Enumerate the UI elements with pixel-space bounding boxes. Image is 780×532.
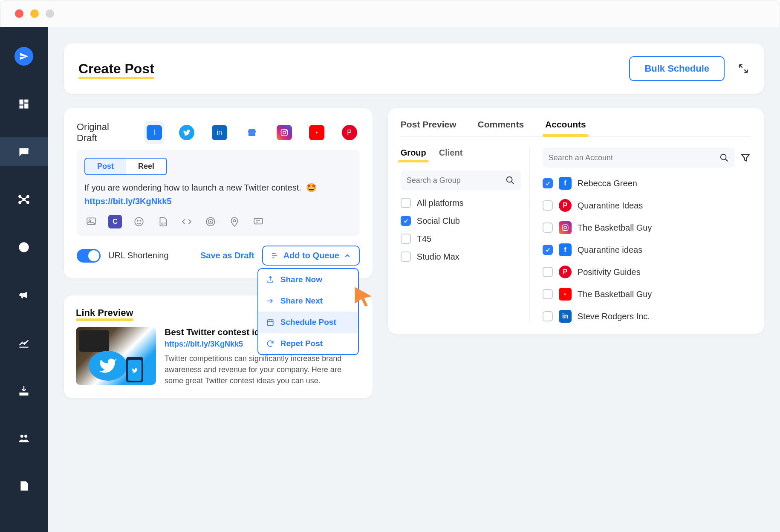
tab-comments[interactable]: Comments xyxy=(478,119,524,136)
url-shortening-toggle[interactable] xyxy=(77,249,101,263)
account-item[interactable]: inSteve Rodgers Inc. xyxy=(543,310,751,323)
post-link[interactable]: https://bit.ly/3KgNkk5 xyxy=(84,197,352,206)
tab-post-preview[interactable]: Post Preview xyxy=(401,119,456,136)
checkbox-icon[interactable] xyxy=(401,216,411,226)
code-button[interactable] xyxy=(180,215,194,228)
subtab-group[interactable]: Group xyxy=(401,148,426,162)
linkedin-icon: in xyxy=(212,125,227,140)
platform-tab-linkedin[interactable]: in xyxy=(209,121,229,144)
post-type-reel[interactable]: Reel xyxy=(126,159,166,174)
svg-line-8 xyxy=(24,200,28,202)
calendar-icon xyxy=(266,318,274,327)
gif-button[interactable]: GIF xyxy=(156,215,170,228)
checkbox-icon[interactable] xyxy=(543,223,553,233)
account-search-input[interactable] xyxy=(549,153,719,162)
account-item[interactable]: PQuarantine Ideas xyxy=(543,199,751,212)
group-item[interactable]: Social Club xyxy=(401,216,521,226)
checkbox-icon[interactable] xyxy=(543,178,553,188)
platform-tab-pinterest[interactable]: P xyxy=(339,121,360,144)
sidebar-item-network[interactable] xyxy=(0,185,48,214)
tab-accounts[interactable]: Accounts xyxy=(545,119,586,136)
subtab-client[interactable]: Client xyxy=(439,148,463,162)
sidebar-item-target[interactable] xyxy=(0,233,48,262)
svg-line-7 xyxy=(20,200,24,202)
platform-tab-gmb[interactable] xyxy=(242,121,262,144)
platform-tab-instagram[interactable] xyxy=(274,121,295,144)
queue-icon xyxy=(271,252,279,260)
sidebar-item-inbox[interactable] xyxy=(0,376,48,405)
repeat-icon xyxy=(266,339,274,348)
checkbox-icon[interactable] xyxy=(543,200,553,211)
group-search-input[interactable] xyxy=(407,176,506,185)
window-zoom-icon[interactable] xyxy=(46,9,54,18)
sidebar-item-campaigns[interactable] xyxy=(0,280,48,309)
search-icon xyxy=(506,176,515,185)
platform-tab-twitter[interactable] xyxy=(176,121,197,144)
svg-line-42 xyxy=(725,159,728,162)
account-search[interactable] xyxy=(543,148,735,168)
group-item[interactable]: Studio Max xyxy=(401,252,521,262)
svg-point-11 xyxy=(20,435,23,438)
target-button[interactable] xyxy=(204,215,217,228)
add-to-queue-button[interactable]: Add to Queue Share Now Sha xyxy=(262,246,360,266)
pinterest-icon: P xyxy=(342,125,357,140)
group-item[interactable]: T45 xyxy=(401,234,521,244)
checkbox-icon[interactable] xyxy=(401,198,411,208)
svg-point-39 xyxy=(507,177,512,182)
account-item[interactable]: PPositivity Guides xyxy=(543,266,751,278)
save-as-draft-button[interactable]: Save as Draft xyxy=(200,251,254,260)
star-struck-emoji-icon: 🤩 xyxy=(306,183,317,192)
checkbox-icon[interactable] xyxy=(543,311,553,321)
media-button[interactable] xyxy=(84,215,98,228)
group-item[interactable]: All platforms xyxy=(401,198,521,208)
account-item[interactable]: fRebecca Green xyxy=(543,177,751,190)
checkbox-icon[interactable] xyxy=(543,289,553,299)
expand-icon[interactable] xyxy=(737,63,749,75)
dropdown-share-next[interactable]: Share Next xyxy=(258,290,358,312)
sidebar-item-team[interactable] xyxy=(0,424,48,453)
svg-point-44 xyxy=(564,226,566,229)
alt-text-button[interactable] xyxy=(251,215,265,228)
checkbox-icon[interactable] xyxy=(543,267,553,277)
emoji-button[interactable] xyxy=(132,215,146,228)
svg-rect-35 xyxy=(267,320,273,325)
group-search[interactable] xyxy=(401,171,521,190)
post-type-post[interactable]: Post xyxy=(85,159,126,174)
queue-dropdown: Share Now Share Next Schedule Post xyxy=(257,268,359,355)
sidebar-item-analytics[interactable] xyxy=(0,328,48,357)
account-item[interactable]: The Basketball Guy xyxy=(543,288,751,301)
group-label: Studio Max xyxy=(417,252,459,262)
svg-line-6 xyxy=(24,197,28,200)
sidebar-item-reports[interactable] xyxy=(0,471,48,500)
window-minimize-icon[interactable] xyxy=(30,9,39,18)
analytics-icon xyxy=(18,337,30,349)
post-text[interactable]: If you are wondering how to launch a new… xyxy=(84,181,352,194)
facebook-icon: f xyxy=(147,125,162,140)
window-close-icon[interactable] xyxy=(15,9,23,18)
location-button[interactable] xyxy=(228,215,241,228)
pin-icon: P xyxy=(559,266,572,278)
filter-button[interactable] xyxy=(740,152,751,163)
svg-point-21 xyxy=(137,220,138,221)
account-item[interactable]: The Basketball Guy xyxy=(543,221,751,234)
dropdown-repeat-post[interactable]: Repet Post xyxy=(258,333,358,354)
bulk-schedule-button[interactable]: Bulk Schedule xyxy=(629,56,725,81)
svg-line-40 xyxy=(511,182,514,184)
canva-button[interactable]: C xyxy=(108,215,122,228)
svg-point-10 xyxy=(22,245,26,249)
checkbox-icon[interactable] xyxy=(543,245,553,255)
platform-tab-facebook[interactable]: f xyxy=(144,121,165,144)
sidebar-item-home[interactable] xyxy=(0,42,48,71)
sidebar-item-compose[interactable] xyxy=(0,137,48,166)
compose-icon xyxy=(18,146,30,158)
svg-point-26 xyxy=(210,221,211,222)
dropdown-share-now[interactable]: Share Now xyxy=(258,269,358,290)
sidebar-item-dashboard[interactable] xyxy=(0,90,48,119)
account-item[interactable]: fQuarantine ideas xyxy=(543,243,751,256)
account-label: Quarantine ideas xyxy=(578,245,642,255)
svg-point-16 xyxy=(283,131,286,134)
platform-tab-youtube[interactable] xyxy=(306,121,327,144)
dropdown-schedule-post[interactable]: Schedule Post xyxy=(258,312,358,333)
checkbox-icon[interactable] xyxy=(401,234,411,244)
checkbox-icon[interactable] xyxy=(401,252,411,262)
